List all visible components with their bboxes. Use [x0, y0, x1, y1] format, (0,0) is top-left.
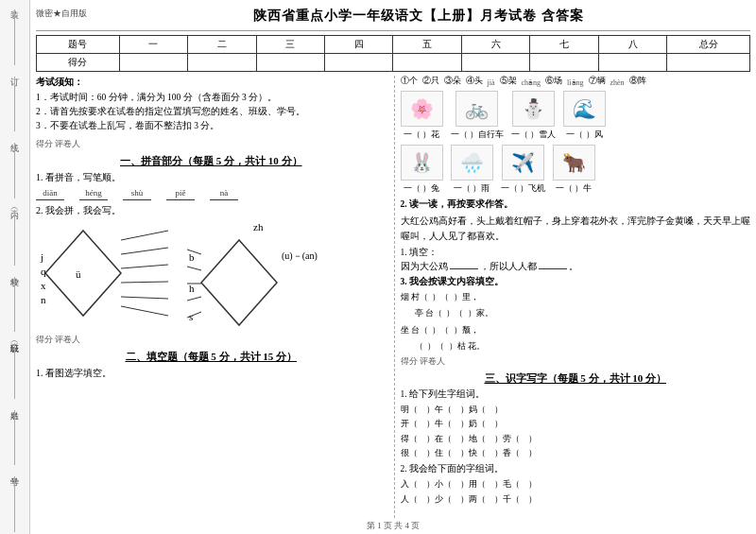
pinyin-blank-5	[210, 199, 238, 200]
margin-line-1	[14, 9, 15, 65]
svg-line-15	[187, 267, 201, 270]
s2-q1: 1. 看图选字填空。	[36, 367, 387, 380]
char-pinyin-5: jià	[488, 78, 495, 87]
char-pinyin-7: liǎng	[567, 78, 583, 87]
svg-marker-13	[201, 240, 277, 325]
svg-text:s: s	[189, 311, 193, 322]
score-eval-3: 得分 评卷人	[401, 355, 751, 368]
score-table: 题号 一 二 三 四 五 六 七 八 总分 得分	[36, 35, 750, 72]
q1-label: 1. 看拼音，写笔顺。	[36, 171, 387, 184]
score-cell	[188, 54, 256, 72]
pinyin-blank-4	[166, 199, 195, 200]
section2-title: 二、填空题（每题 5 分，共计 15 分）	[36, 350, 387, 364]
char-num-8: ⑧阵	[629, 76, 646, 87]
char-row-3: 得（ ）在（ ）地（ ）劳（ ）	[401, 432, 751, 446]
image-row-2: 🐰 一（ ）兔 🌧️ 一（ ）雨 ✈️ 一（ ）飞机 🐂 一（ ）牛	[401, 145, 751, 195]
page-wrapper: 装 订 线 （内） 学校 班级（班级） 姓名 学号 微密★自用版 陕西省重点小学…	[0, 0, 756, 534]
score-cell	[256, 54, 324, 72]
q2-sub2: 3. 我会按课文内容填空。	[401, 276, 751, 288]
image-row-1: 🌸 一（ ）花 🚲 一（ ）自行车 ⛄ 一（ ）雪人 🌊 一（ ）风	[401, 91, 751, 141]
char-num-3: ③朵	[444, 76, 461, 87]
char-num-1: ①个	[401, 76, 418, 87]
passage: 大红公鸡高好看，头上戴着红帽子，身上穿着花外衣，浑完脖子金黄嗓，天天早上喔喔叫，…	[401, 214, 751, 244]
top-header: 微密★自用版 陕西省重点小学一年级语文【上册】月考试卷 含答案	[36, 8, 750, 31]
phonetic-diagram: j q x n ü zh	[36, 221, 387, 330]
svg-text:q: q	[41, 266, 46, 277]
q2-sub1: 1. 填空：	[401, 247, 751, 259]
q2-label: 2. 我会拼，我会写。	[36, 204, 387, 217]
img-rabbit: 🐰	[401, 145, 443, 181]
pinyin-blank-2	[79, 199, 108, 200]
fill-row-1b: 亭 台（ ）（ ）家。	[401, 305, 751, 320]
pinyin-row: diān héng shù piě	[36, 188, 387, 200]
pinyin-blank-1	[36, 199, 64, 200]
pinyin-blank-3	[123, 199, 151, 200]
pinyin-item-5: nà	[210, 188, 238, 200]
img-bike: 🚲	[455, 91, 498, 127]
char-row2-1: 入（ ）小（ ）用（ ）毛（ ）	[401, 477, 751, 491]
score-eval-1: 得分 评卷人	[36, 138, 387, 150]
svg-line-6	[121, 306, 168, 316]
score-cell	[119, 54, 187, 72]
q2-fill1: 因为大公鸡，所以人人都。	[401, 261, 751, 273]
char-num-7: ⑦辆	[589, 76, 606, 87]
img-item-snowman: ⛄ 一（ ）雪人	[511, 91, 556, 141]
pinyin-item-3: shù	[123, 188, 151, 200]
char-row-4: 很（ ）住（ ）快（ ）香（ ）	[401, 446, 751, 460]
char-row-2: 开（ ）牛（ ）奶（ ）	[401, 417, 751, 431]
svg-line-17	[187, 297, 201, 301]
fill-exercise: 烟 村（ ）（ ）里， 亭 台（ ）（ ）家。 坐 台（ ）（ ）颓， （ ）（…	[401, 289, 751, 353]
right-phonetic-svg: zh (u)－(an) b	[187, 221, 324, 330]
left-column: 考试须知： 1．考试时间：60 分钟，满分为 100 分（含卷面分 3 分）。 …	[36, 76, 387, 518]
svg-text:x: x	[41, 280, 46, 291]
score-cell	[393, 54, 461, 72]
pinyin-text-2: héng	[85, 188, 102, 198]
score-eval-2: 得分 评卷人	[36, 334, 387, 346]
table-header-cell: 七	[530, 36, 598, 54]
score-cell	[667, 54, 750, 72]
char-num-4: ④头	[466, 76, 483, 87]
svg-text:n: n	[41, 294, 46, 305]
svg-line-5	[121, 297, 168, 299]
char-write-rows: 明（ ）午（ ）妈（ ） 开（ ）牛（ ）奶（ ） 得（ ）在（ ）地（ ）劳（…	[401, 403, 751, 460]
img-item-rabbit: 🐰 一（ ）兔	[401, 145, 443, 195]
pinyin-text-4: piě	[176, 188, 186, 198]
img-snowman: ⛄	[512, 91, 555, 127]
pinyin-item-2: héng	[79, 188, 108, 200]
score-cell	[598, 54, 666, 72]
table-header-cell: 五	[393, 36, 461, 54]
img-label-bike: 一（ ）自行车	[451, 129, 504, 141]
img-rain: 🌧️	[451, 145, 493, 181]
char-number-row: ①个 ②只 ③朵 ④头 jià ⑤架 chǎng ⑥场 liǎng ⑦辆 zhè…	[401, 76, 751, 87]
q2-title: 2. 读一读，再按要求作答。	[401, 198, 751, 211]
pinyin-text-1: diān	[43, 188, 58, 198]
two-column-layout: 考试须知： 1．考试时间：60 分钟，满分为 100 分（含卷面分 3 分）。 …	[36, 76, 750, 518]
margin-line-6	[14, 343, 15, 399]
margin-line-2	[14, 77, 15, 132]
table-header-cell: 一	[119, 36, 187, 54]
img-label-snowman: 一（ ）雪人	[511, 129, 556, 141]
img-label-plane: 一（ ）飞机	[501, 182, 545, 195]
note-2: 2．请首先按要求在试卷的指定位置填写您的姓名、班级、学号。	[36, 105, 387, 119]
char-num-5: ⑤架	[500, 76, 517, 87]
fill-row-2: 坐 台（ ）（ ）颓，	[401, 322, 751, 337]
img-wind: 🌊	[563, 91, 606, 127]
char-num-2: ②只	[422, 76, 439, 87]
table-header-cell: 四	[324, 36, 392, 54]
s3-q1: 1. 给下列生字组词。	[401, 388, 751, 401]
notes-title: 考试须知：	[36, 76, 387, 89]
page-number: 第 1 页 共 4 页	[36, 520, 750, 532]
table-header-cell: 八	[598, 36, 666, 54]
margin-line-7	[14, 410, 15, 466]
img-item-rain: 🌧️ 一（ ）雨	[451, 145, 493, 195]
score-eval-label-3: 得分 评卷人	[401, 355, 445, 368]
score-eval-label-2: 得分 评卷人	[36, 334, 80, 346]
left-phonetic-svg: j q x n ü	[36, 221, 168, 330]
section1-title: 一、拼音部分（每题 5 分，共计 10 分）	[36, 154, 387, 168]
right-column: ①个 ②只 ③朵 ④头 jià ⑤架 chǎng ⑥场 liǎng ⑦辆 zhè…	[394, 76, 751, 518]
table-score-row: 得分	[37, 54, 750, 72]
img-item-ox: 🐂 一（ ）牛	[553, 145, 595, 195]
score-cell	[530, 54, 598, 72]
pinyin-text-5: nà	[220, 188, 229, 198]
svg-text:b: b	[189, 251, 195, 263]
